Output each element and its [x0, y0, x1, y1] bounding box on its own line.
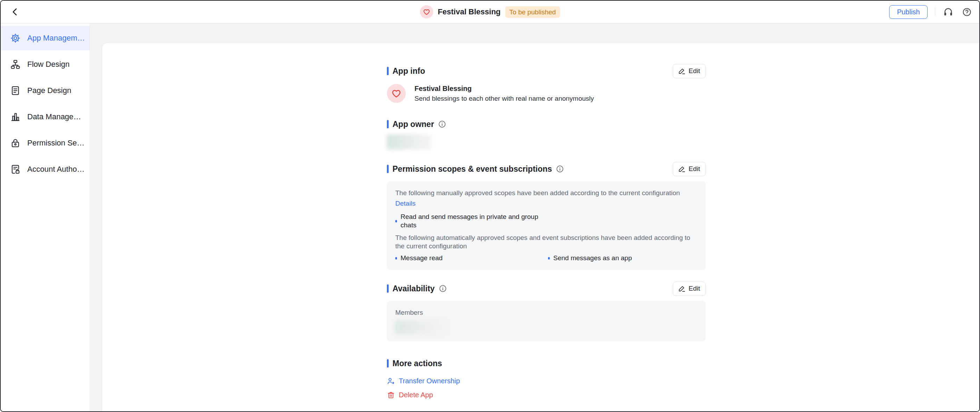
- section-permissions-header: Permission scopes & event subscriptions: [387, 161, 706, 176]
- back-button[interactable]: [9, 6, 21, 18]
- sidebar-item-label: Flow Design: [27, 60, 70, 69]
- support-headset-icon[interactable]: [943, 6, 954, 18]
- sidebar-item-label: Page Design: [27, 86, 71, 95]
- heart-icon: [423, 8, 431, 16]
- bullet-dot: [395, 257, 397, 260]
- availability-panel: Members: [387, 301, 706, 341]
- transfer-ownership-label: Transfer Ownership: [399, 377, 460, 385]
- info-icon[interactable]: [439, 284, 447, 293]
- pencil-icon: [678, 67, 686, 75]
- transfer-person-icon: [387, 377, 395, 385]
- section-availability-header: Availability Edit: [387, 281, 706, 296]
- sidebar-item-app-management[interactable]: App Management: [1, 26, 90, 50]
- edit-button-label: Edit: [689, 67, 700, 75]
- details-link[interactable]: Details: [395, 200, 415, 208]
- bullet-dot: [395, 220, 397, 222]
- scope-item: Message read: [395, 254, 548, 262]
- gear-icon: [10, 33, 21, 43]
- section-accent-bar: [387, 284, 389, 293]
- app-summary: Festival Blessing Send blessings to each…: [387, 84, 706, 103]
- header-app-identity: Festival Blessing To be published: [420, 1, 560, 23]
- app-description: Send blessings to each other with real n…: [415, 95, 594, 102]
- section-accent-bar: [387, 67, 389, 75]
- section-app-owner-header: App owner: [387, 117, 706, 131]
- sidebar-item-page-design[interactable]: Page Design: [1, 78, 90, 103]
- members-redacted: [395, 320, 447, 334]
- sidebar-item-label: Permission Settings: [27, 139, 86, 148]
- pencil-icon: [678, 285, 686, 292]
- availability-title: Availability: [393, 284, 435, 294]
- back-arrow-icon: [10, 7, 20, 17]
- scope-item: Send messages as an app: [548, 254, 632, 262]
- sidebar-item-data-management[interactable]: Data Management: [1, 105, 90, 129]
- section-accent-bar: [387, 359, 389, 367]
- section-accent-bar: [387, 165, 389, 173]
- section-more-actions-header: More actions: [387, 356, 706, 371]
- app-name: Festival Blessing: [415, 85, 594, 93]
- content-card: App info Edit: [102, 42, 980, 412]
- flow-icon: [10, 59, 21, 70]
- members-label: Members: [395, 308, 697, 317]
- section-accent-bar: [387, 120, 389, 128]
- section-app-info-header: App info Edit: [387, 64, 706, 78]
- heart-icon: [391, 88, 402, 99]
- permissions-edit-button[interactable]: Edit: [673, 162, 706, 176]
- publish-button[interactable]: Publish: [889, 5, 928, 19]
- app-owner-title: App owner: [393, 120, 434, 129]
- edit-button-label: Edit: [689, 285, 700, 292]
- app-avatar-large: [387, 84, 406, 103]
- sidebar-item-label: Account Authoriza...: [27, 165, 86, 174]
- info-icon[interactable]: [438, 120, 446, 128]
- top-bar: Festival Blessing To be published Publis…: [1, 1, 979, 24]
- delete-app-label: Delete App: [399, 391, 433, 399]
- content-column: App info Edit: [387, 43, 706, 399]
- app-avatar: [420, 5, 433, 19]
- divider: [935, 8, 935, 16]
- app-owner-redacted: [387, 134, 432, 150]
- pencil-icon: [678, 165, 686, 173]
- scope-item: Read and send messages in private and gr…: [395, 212, 697, 230]
- sidebar-item-permission-settings[interactable]: Permission Settings: [1, 131, 90, 155]
- main-area: App info Edit: [91, 24, 979, 411]
- delete-app-link[interactable]: Delete App: [387, 391, 433, 399]
- header-app-name: Festival Blessing: [438, 7, 501, 16]
- sidebar-item-label: App Management: [27, 34, 86, 43]
- edit-button-label: Edit: [689, 165, 700, 173]
- app-info-edit-button[interactable]: Edit: [673, 64, 706, 78]
- auto-scopes-text: The following automatically approved sco…: [395, 234, 697, 251]
- status-badge: To be published: [505, 6, 560, 18]
- bar-chart-icon: [10, 112, 21, 122]
- page-icon: [10, 85, 21, 96]
- app-window: Festival Blessing To be published Publis…: [0, 0, 980, 412]
- more-actions-title: More actions: [393, 359, 442, 368]
- info-icon[interactable]: [556, 165, 564, 173]
- sidebar-item-flow-design[interactable]: Flow Design: [1, 52, 90, 77]
- document-lock-icon: [10, 164, 21, 174]
- app-summary-text: Festival Blessing Send blessings to each…: [415, 85, 594, 102]
- permissions-panel: The following manually approved scopes h…: [387, 181, 706, 270]
- auto-scope-list: Message read Send messages as an app: [395, 254, 697, 262]
- scope-label: Send messages as an app: [553, 254, 632, 262]
- permissions-title: Permission scopes & event subscriptions: [393, 164, 552, 174]
- help-question-icon[interactable]: [961, 6, 972, 18]
- sidebar-item-label: Data Management: [27, 112, 86, 121]
- app-info-title: App info: [393, 67, 425, 76]
- trash-icon: [387, 391, 395, 399]
- bullet-dot: [548, 257, 550, 260]
- availability-edit-button[interactable]: Edit: [673, 281, 706, 296]
- scope-label: Read and send messages in private and gr…: [401, 212, 540, 230]
- transfer-ownership-link[interactable]: Transfer Ownership: [387, 377, 460, 385]
- scope-label: Message read: [401, 254, 442, 262]
- lock-icon: [10, 138, 21, 148]
- manual-scopes-text: The following manually approved scopes h…: [395, 189, 697, 197]
- sidebar: App Management Flow Design Page Desi: [1, 24, 90, 411]
- sidebar-item-account-authorization[interactable]: Account Authoriza...: [1, 157, 90, 182]
- top-bar-actions: Publish: [889, 5, 972, 19]
